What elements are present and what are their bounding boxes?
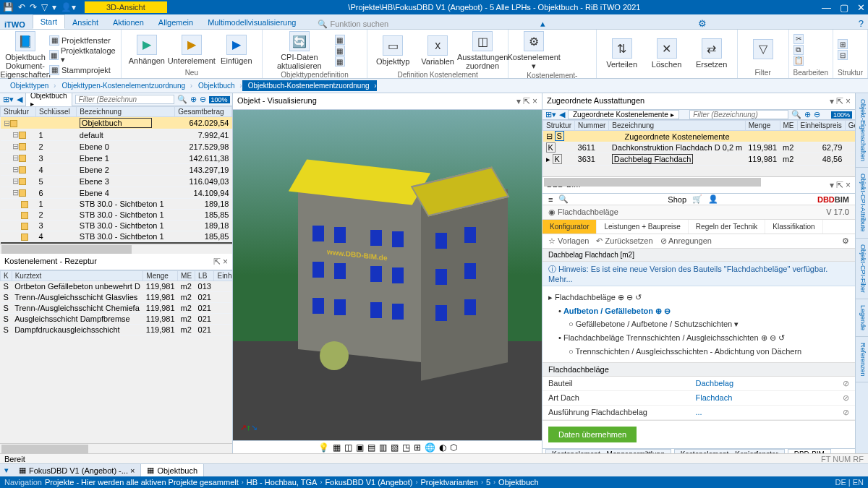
- close-panel-icon[interactable]: ×: [846, 180, 851, 190]
- hint-more-link[interactable]: Mehr...: [548, 275, 573, 283]
- doc-tab-objektbuch[interactable]: ▦Objektbuch: [141, 464, 204, 476]
- clear-icon[interactable]: ⊘: [843, 379, 849, 388]
- pin-icon[interactable]: ⇱: [836, 180, 843, 190]
- cart-icon[interactable]: 🛒: [692, 194, 702, 204]
- tree-icon[interactable]: ⊞▾: [545, 110, 556, 119]
- unterelement-button[interactable]: ▶Unterelement: [171, 35, 213, 65]
- nav-left-icon[interactable]: ◀: [559, 110, 565, 119]
- menu-icon[interactable]: ≡: [548, 195, 553, 204]
- nav-seg[interactable]: FokusDBD V1 (Angebot): [325, 478, 412, 487]
- side-tab-referenzen[interactable]: Referenzen: [856, 337, 868, 383]
- side-tab-cpi-filter[interactable]: Objekt-CPI-Filter: [856, 239, 868, 299]
- table-row[interactable]: SAusgleichsschicht Dampfbremse119,981m20…: [1, 314, 233, 325]
- h-scrollbar[interactable]: [0, 443, 232, 453]
- ribbon-tab-aktionen[interactable]: Aktionen: [106, 16, 151, 29]
- bottom-tab-mengen[interactable]: Kostenelement - Mengenermittlung: [545, 449, 671, 453]
- doc-tab-fokus[interactable]: ▦FokusDBD V1 (Angebot) -... ×: [13, 464, 141, 476]
- nav-seg[interactable]: Objektbuch: [498, 478, 539, 487]
- doc-properties-button[interactable]: 📘Objektbuch Dokument-Eigenschaften: [4, 31, 46, 79]
- table-row[interactable]: ⊟Objektbuch642.029,54: [1, 117, 232, 129]
- table-row[interactable]: ⊟4Ebene 2143.297,19: [1, 164, 232, 176]
- expand-icon[interactable]: ⊞: [838, 39, 848, 49]
- ribbon-tab-allgemein[interactable]: Allgemein: [151, 16, 200, 29]
- cpi-aktualisieren-button[interactable]: 🔄CPI-Daten aktualisieren: [267, 31, 332, 70]
- table-row[interactable]: ⊟2Ebene 0217.529,98: [1, 141, 232, 153]
- vp-tool-icon[interactable]: ▦: [333, 442, 341, 453]
- side-tab-eigenschaften[interactable]: Objekt-Eigenschaften: [856, 93, 868, 168]
- zuruecksetzen-button[interactable]: ↶ Zurücksetzen: [596, 236, 652, 246]
- user-icon[interactable]: 👤▾: [61, 2, 76, 12]
- dbd-tree[interactable]: ▸ Flachdachbeläge ⊕ ⊖ ↺ • Aufbeton / Gef…: [542, 286, 855, 362]
- bottom-tab-kopier[interactable]: Kostenelement - Kopierfenster: [674, 449, 785, 453]
- verteilen-button[interactable]: ⇅Verteilen: [601, 38, 643, 69]
- vp-tool-icon[interactable]: ◳: [402, 442, 410, 453]
- nav-seg[interactable]: HB - Hochbau, TGA: [247, 478, 318, 487]
- maximize-icon[interactable]: ▢: [840, 2, 848, 13]
- zoom-value[interactable]: 100%: [831, 111, 852, 119]
- close-icon[interactable]: ✕: [857, 2, 865, 13]
- ersetzen-button[interactable]: ⇄Ersetzen: [691, 38, 733, 69]
- dropdown-icon[interactable]: ▾: [830, 96, 834, 106]
- ausstattungen-crumb[interactable]: Zugeordnete Kostenelemente ▸: [568, 110, 679, 119]
- table-row[interactable]: 2STB 30.0 - Sichtbeton 1185,85: [1, 210, 232, 221]
- nav-seg[interactable]: Projekte - Hier werden alle aktiven Proj…: [45, 478, 239, 487]
- axis-gizmo-icon[interactable]: ↗↑↘: [240, 420, 258, 433]
- pin-icon[interactable]: ⇱: [523, 96, 530, 106]
- pin-icon[interactable]: ⇱: [836, 96, 843, 106]
- vp-tool-icon[interactable]: 🌐: [425, 442, 435, 453]
- side-tab-legende[interactable]: Legende: [856, 299, 868, 337]
- bottom-tab-dbd[interactable]: DBD-BIM: [788, 449, 831, 453]
- dbd-tab-konfigurator[interactable]: Konfigurator: [542, 220, 597, 234]
- table-row[interactable]: K3611Dachkonstruktion Flachdach D 0,2 m1…: [543, 142, 856, 153]
- ausstattungen-button[interactable]: ◫Ausstattungen zuordnen: [461, 31, 503, 70]
- table-row[interactable]: STrenn-/Ausgleichsschicht Glasvlies119,9…: [1, 292, 233, 303]
- objektbuch-grid[interactable]: StrukturSchlüsselBezeichnungGesamtbetrag…: [0, 106, 232, 244]
- clear-icon[interactable]: ⊘: [843, 393, 849, 403]
- 3d-viewport[interactable]: www.DBD-BIM.de ↗↑↘: [233, 110, 542, 440]
- close-panel-icon[interactable]: ×: [846, 96, 851, 106]
- table-row[interactable]: SOrtbeton Gefällebeton unbewehrt D119,98…: [1, 281, 233, 292]
- zoom-out-icon[interactable]: ⊖: [814, 110, 820, 119]
- anregungen-button[interactable]: ⊘ Anregungen: [660, 236, 712, 246]
- ausstattungen-filter-input[interactable]: [689, 110, 788, 119]
- crumb-zuordnung1[interactable]: Objekttypen-Kostenelementzuordnung: [56, 80, 192, 91]
- vp-tool-icon[interactable]: ▥: [379, 442, 387, 453]
- close-panel-icon[interactable]: ×: [532, 96, 537, 106]
- nav-seg[interactable]: 5: [486, 478, 490, 487]
- shop-link[interactable]: Shop: [668, 195, 686, 204]
- ribbon-collapse-icon[interactable]: ▴: [540, 18, 545, 29]
- ribbon-search[interactable]: 🔍 Funktion suchen: [318, 20, 388, 29]
- vp-tool-icon[interactable]: ▤: [367, 442, 375, 453]
- loeschen-button[interactable]: ✕Löschen: [646, 38, 688, 69]
- settings-icon[interactable]: ⚙: [698, 18, 707, 29]
- search-icon[interactable]: 🔍: [791, 110, 801, 119]
- vp-tool-icon[interactable]: ⬡: [450, 442, 457, 453]
- dbd-tab-regeln[interactable]: Regeln der Technik: [689, 220, 765, 234]
- table-row[interactable]: ⊟ SZugeordnete Kostenelemente13.359,88: [543, 131, 856, 142]
- table-row[interactable]: ⊟3Ebene 1142.611,38: [1, 153, 232, 164]
- ribbon-tab-multimodell[interactable]: Multimodellvisualisierung: [200, 16, 303, 29]
- filter-icon[interactable]: ▽: [41, 2, 48, 12]
- h-scrollbar[interactable]: [542, 176, 855, 177]
- table-row[interactable]: ⊟6Ebene 414.109,94: [1, 187, 232, 199]
- nav-left-icon[interactable]: ◀: [17, 95, 22, 104]
- ribbon-tab-start[interactable]: Start: [33, 14, 65, 29]
- gear-icon[interactable]: ⚙: [842, 236, 849, 246]
- collapse-icon[interactable]: ⊟: [838, 50, 848, 60]
- vp-tool-icon[interactable]: ▣: [356, 442, 364, 453]
- dropdown-icon[interactable]: ▾: [830, 180, 834, 190]
- tree-icon[interactable]: ⊞▾: [3, 95, 14, 104]
- crumb-objektbuch[interactable]: Objektbuch: [192, 80, 242, 91]
- apply-button[interactable]: Daten übernehmen: [548, 427, 637, 442]
- anhaengen-button[interactable]: ▶Anhängen: [126, 35, 168, 65]
- cut-icon[interactable]: ✂: [793, 34, 804, 44]
- clear-icon[interactable]: ⊘: [843, 408, 849, 417]
- close-panel-icon[interactable]: ×: [223, 257, 228, 267]
- paste-icon[interactable]: 📋: [793, 56, 804, 66]
- einfuegen-button[interactable]: ▶Einfügen: [216, 35, 258, 65]
- search-icon[interactable]: 🔍: [558, 194, 569, 204]
- objekttyp-button[interactable]: ▭Objekttyp: [372, 35, 414, 66]
- h-scrollbar[interactable]: [0, 244, 232, 254]
- doc-list-icon[interactable]: ▾: [0, 466, 13, 475]
- zoom-in-icon[interactable]: ⊕: [190, 95, 197, 104]
